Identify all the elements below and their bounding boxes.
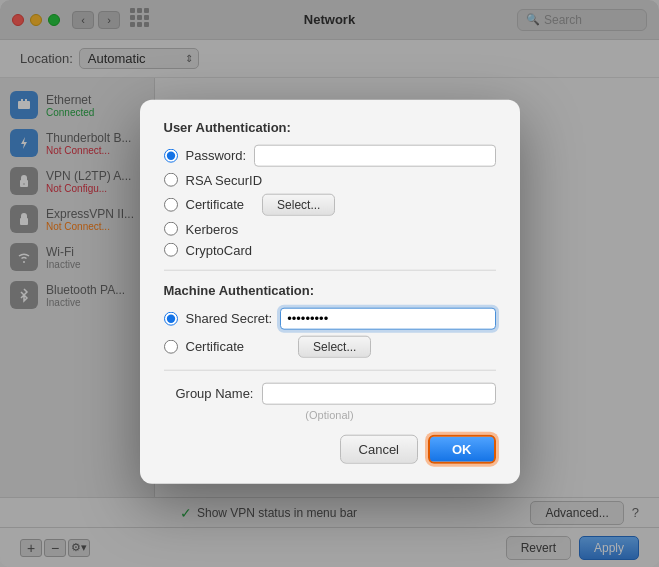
shared-secret-row: Shared Secret: <box>164 307 496 329</box>
kerberos-label: Kerberos <box>186 221 239 236</box>
ok-button[interactable]: OK <box>428 434 496 463</box>
cryptocard-radio[interactable] <box>164 243 178 257</box>
machine-auth-title: Machine Authentication: <box>164 282 496 297</box>
user-auth-title: User Authentication: <box>164 119 496 134</box>
user-auth-radio-group: Password: RSA SecurID Certificate Select… <box>164 144 496 257</box>
machine-auth-radio-group: Shared Secret: Certificate Select... <box>164 307 496 357</box>
rsa-label: RSA SecurID <box>186 172 263 187</box>
password-row: Password: <box>164 144 496 166</box>
shared-secret-radio[interactable] <box>164 311 178 325</box>
password-radio[interactable] <box>164 148 178 162</box>
shared-secret-field[interactable] <box>280 307 495 329</box>
machine-certificate-radio[interactable] <box>164 339 178 353</box>
machine-certificate-label: Certificate <box>186 339 245 354</box>
certificate-label: Certificate <box>186 197 245 212</box>
rsa-radio[interactable] <box>164 173 178 187</box>
cancel-button[interactable]: Cancel <box>340 434 418 463</box>
auth-dialog: User Authentication: Password: RSA Secur… <box>140 99 520 483</box>
certificate-select-button[interactable]: Select... <box>262 193 335 215</box>
shared-secret-label: Shared Secret: <box>186 311 273 326</box>
rsa-row: RSA SecurID <box>164 172 496 187</box>
optional-hint: (Optional) <box>164 408 496 420</box>
modal-buttons: Cancel OK <box>164 434 496 463</box>
password-field[interactable] <box>254 144 495 166</box>
cryptocard-row: CryptoCard <box>164 242 496 257</box>
section-divider <box>164 269 496 270</box>
password-label: Password: <box>186 148 247 163</box>
group-name-field[interactable] <box>262 382 496 404</box>
kerberos-row: Kerberos <box>164 221 496 236</box>
machine-certificate-row: Certificate Select... <box>164 335 496 357</box>
cryptocard-label: CryptoCard <box>186 242 252 257</box>
certificate-row: Certificate Select... <box>164 193 496 215</box>
group-name-row: Group Name: <box>164 382 496 404</box>
group-name-divider <box>164 369 496 370</box>
kerberos-radio[interactable] <box>164 222 178 236</box>
group-name-label: Group Name: <box>164 386 254 401</box>
certificate-radio[interactable] <box>164 197 178 211</box>
machine-certificate-select-button[interactable]: Select... <box>298 335 371 357</box>
